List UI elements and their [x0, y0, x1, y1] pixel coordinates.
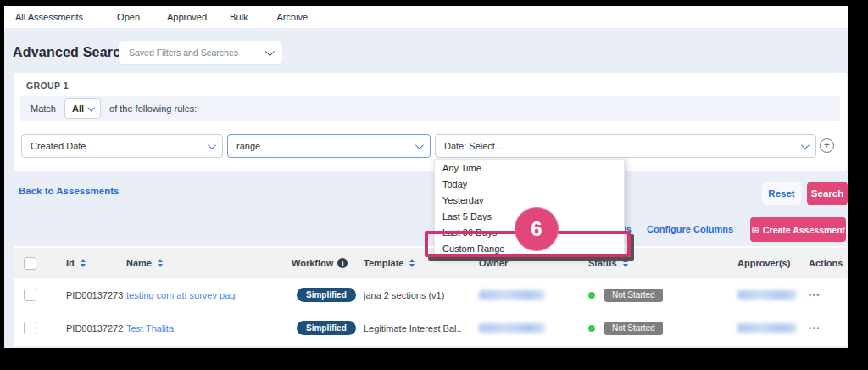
chevron-down-icon: [415, 141, 424, 149]
row-checkbox[interactable]: [24, 289, 36, 301]
configure-columns-link[interactable]: Configure Columns: [647, 224, 733, 234]
rule-date-select[interactable]: Date: Select...: [435, 134, 816, 158]
row-template: jana 2 sections (v1): [364, 290, 444, 300]
add-rule-icon[interactable]: [820, 138, 834, 153]
column-header-approvers: Approver(s): [737, 258, 790, 268]
assessment-name-link[interactable]: testing com att survey pag: [126, 290, 235, 300]
nav-tab-approved[interactable]: Approved: [167, 12, 207, 22]
row-checkbox[interactable]: [24, 322, 36, 334]
saved-filters-label: Saved Filters and Searches: [129, 48, 238, 58]
filter-group-panel: GROUP 1 Match All of the following rules…: [14, 73, 847, 171]
reset-button[interactable]: Reset: [762, 182, 801, 205]
sort-icon[interactable]: [409, 259, 415, 267]
nav-tab-all-assessments[interactable]: All Assessments: [15, 12, 83, 22]
nav-tab-bulk[interactable]: Bulk: [230, 12, 248, 22]
row-id: PID00137272: [66, 323, 123, 334]
status-dot-icon: [588, 292, 595, 299]
column-header-name: Name: [126, 258, 152, 268]
match-mode-select[interactable]: All: [64, 98, 101, 119]
sort-icon[interactable]: [81, 259, 86, 267]
sort-icon[interactable]: [158, 259, 163, 267]
approver-redacted: [737, 323, 797, 333]
page-title: Advanced Search: [13, 45, 129, 60]
group-label: GROUP 1: [26, 81, 69, 91]
saved-filters-dropdown[interactable]: Saved Filters and Searches: [119, 41, 282, 64]
rule-operator-select[interactable]: range: [227, 134, 431, 158]
column-header-actions: Actions: [809, 258, 843, 268]
chevron-down-icon: [87, 104, 94, 111]
chevron-down-icon: [265, 47, 275, 56]
select-all-checkbox[interactable]: [24, 257, 36, 270]
annotation-step-badge: 6: [515, 207, 559, 251]
column-header-workflow: Workflow: [292, 258, 333, 268]
chevron-down-icon: [801, 141, 810, 149]
assessment-name-link[interactable]: Test Thalita: [126, 323, 174, 334]
row-actions-menu-icon[interactable]: •••: [809, 324, 821, 333]
sort-icon[interactable]: [623, 259, 628, 267]
status-badge: Not Started: [604, 289, 663, 302]
match-prefix-label: Match: [31, 104, 56, 114]
date-option-yesterday[interactable]: Yesterday: [435, 192, 624, 208]
top-navbar: All Assessments Open Approved Bulk Archi…: [4, 6, 848, 28]
owner-redacted: [479, 323, 545, 333]
table-row: PID00137273 testing com att survey pag S…: [14, 278, 847, 312]
date-option-today[interactable]: Today: [435, 176, 624, 192]
column-header-id: Id: [66, 258, 75, 268]
rule-operator-value: range: [236, 141, 260, 151]
rule-field-value: Created Date: [31, 141, 86, 151]
date-option-any-time[interactable]: Any Time: [435, 160, 624, 176]
create-assessment-button[interactable]: ⊕ Create Assessment: [750, 217, 846, 242]
owner-redacted: [479, 290, 545, 300]
approver-redacted: [737, 290, 797, 300]
create-assessment-label: Create Assessment: [763, 225, 845, 235]
rule-date-placeholder: Date: Select...: [444, 141, 503, 151]
chevron-down-icon: [208, 141, 216, 149]
workflow-badge: Simplified: [297, 321, 356, 335]
table-row: PID00137272 Test Thalita Simplified Legi…: [14, 311, 847, 345]
plus-circle-icon: ⊕: [751, 225, 760, 235]
info-icon[interactable]: i: [337, 258, 348, 268]
search-button[interactable]: Search: [807, 182, 848, 205]
column-header-owner: Owner: [479, 258, 508, 268]
assessments-table: Id Name Workflow i Template Owner Status…: [14, 246, 847, 346]
table-header-row: Id Name Workflow i Template Owner Status…: [14, 248, 847, 278]
row-id: PID00137273: [66, 290, 123, 300]
column-header-status: Status: [588, 258, 617, 268]
row-template: Legitimate Interest Bal..: [364, 323, 462, 334]
rule-field-select[interactable]: Created Date: [21, 134, 223, 158]
status-dot-icon: [588, 325, 595, 332]
column-header-template: Template: [364, 258, 403, 268]
nav-tab-archive[interactable]: Archive: [277, 12, 309, 22]
workflow-badge: Simplified: [297, 288, 356, 302]
match-rule-band: Match All of the following rules:: [20, 96, 840, 121]
nav-tab-open[interactable]: Open: [117, 12, 140, 22]
match-mode-value: All: [72, 104, 84, 114]
app-window: All Assessments Open Approved Bulk Archi…: [4, 6, 848, 348]
back-to-assessments-link[interactable]: Back to Assessments: [19, 186, 119, 196]
status-badge: Not Started: [604, 322, 663, 335]
row-actions-menu-icon[interactable]: •••: [809, 291, 821, 300]
match-suffix-label: of the following rules:: [109, 104, 197, 114]
